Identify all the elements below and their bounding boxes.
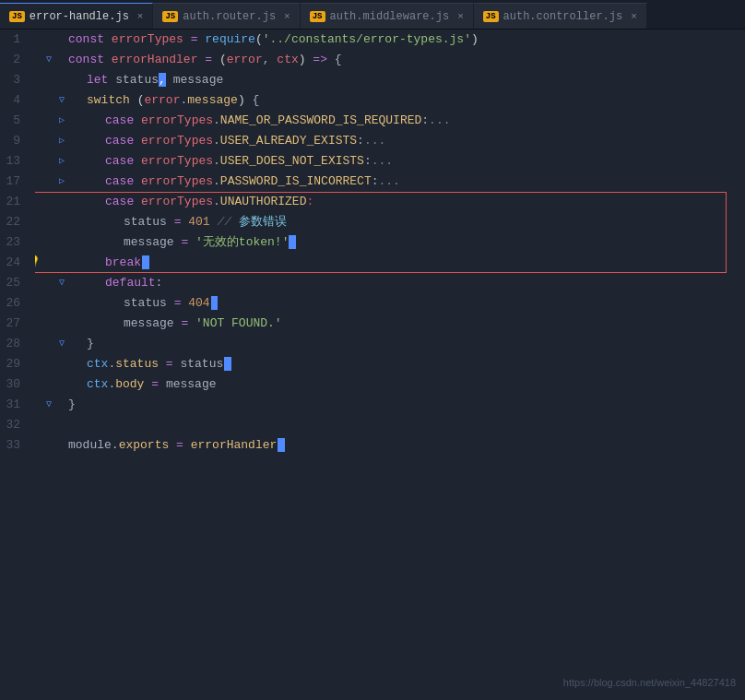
fold-arrow-2[interactable]: ▽ (42, 50, 55, 70)
code-line-32 (42, 415, 745, 435)
tab-label: error-handle.js (30, 10, 129, 23)
js-badge: JS (162, 11, 178, 22)
tab-error-handle[interactable]: JS error-handle.js × (0, 3, 153, 29)
tab-auth-middleware[interactable]: JS auth.middleware.js × (301, 3, 474, 29)
code-line-27: message = 'NOT FOUND.' (42, 314, 745, 334)
code-line-1: const errorTypes = require('../constants… (42, 30, 745, 50)
tab-auth-controller[interactable]: JS auth.controller.js × (474, 3, 647, 29)
code-line-26: status = 404 (42, 293, 745, 314)
tab-label: auth.router.js (183, 10, 276, 23)
code-lines: const errorTypes = require('../constants… (35, 30, 745, 700)
fold-arrow-5[interactable]: ▷ (55, 111, 68, 131)
code-line-30: ctx.body = message (42, 374, 745, 395)
code-area: 1 2 3 4 5 9 13 17 21 22 23 24 25 26 27 2… (0, 30, 745, 700)
tab-label: auth.middleware.js (330, 10, 450, 23)
close-icon[interactable]: × (631, 11, 637, 22)
close-icon[interactable]: × (137, 11, 144, 22)
code-line-9: ▷ case errorTypes.USER_ALREADY_EXISTS:..… (42, 131, 745, 151)
code-line-23: message = '无效的token!' (42, 232, 745, 253)
code-line-24: 💡 break (42, 253, 745, 273)
code-line-2: ▽ const errorHandler = (error, ctx) => { (42, 50, 745, 70)
fold-arrow-28[interactable]: ▽ (55, 334, 68, 354)
close-icon[interactable]: × (284, 11, 290, 22)
watermark: https://blog.csdn.net/weixin_44827418 (563, 672, 736, 693)
fold-arrow-17[interactable]: ▷ (55, 172, 68, 192)
code-line-5: ▷ case errorTypes.NAME_OR_PASSWORD_IS_RE… (42, 111, 745, 131)
js-badge: JS (9, 11, 25, 22)
code-line-17: ▷ case errorTypes.PASSWORD_IS_INCORRECT:… (42, 172, 745, 192)
editor-window: JS error-handle.js × JS auth.router.js ×… (0, 0, 745, 700)
code-line-22: status = 401 // 参数错误 (42, 212, 745, 232)
tab-label: auth.controller.js (503, 10, 623, 23)
line-numbers: 1 2 3 4 5 9 13 17 21 22 23 24 25 26 27 2… (0, 30, 35, 700)
code-line-33: module.exports = errorHandler (42, 435, 745, 456)
fold-arrow-4[interactable]: ▽ (55, 90, 68, 111)
tab-auth-router[interactable]: JS auth.router.js × (153, 3, 300, 29)
code-line-25: ▽ default: (42, 273, 745, 293)
code-line-21: case errorTypes.UNAUTHORIZED: (42, 192, 745, 212)
code-line-13: ▷ case errorTypes.USER_DOES_NOT_EXISTS:.… (42, 151, 745, 172)
close-icon[interactable]: × (457, 11, 464, 22)
js-badge: JS (483, 11, 499, 22)
js-badge: JS (310, 11, 325, 22)
code-line-3: let status, message (42, 70, 745, 90)
lightbulb-icon[interactable]: 💡 (35, 253, 41, 273)
code-line-28: ▽ } (42, 334, 745, 354)
fold-arrow-25[interactable]: ▽ (55, 273, 68, 293)
fold-arrow-31[interactable]: ▽ (42, 395, 55, 415)
tab-bar: JS error-handle.js × JS auth.router.js ×… (0, 0, 745, 30)
fold-arrow-9[interactable]: ▷ (55, 131, 68, 151)
fold-arrow-13[interactable]: ▷ (55, 151, 68, 172)
code-line-29: ctx.status = status (42, 354, 745, 374)
code-line-31: ▽ } (42, 395, 745, 415)
code-line-4: ▽ switch (error.message) { (42, 90, 745, 111)
